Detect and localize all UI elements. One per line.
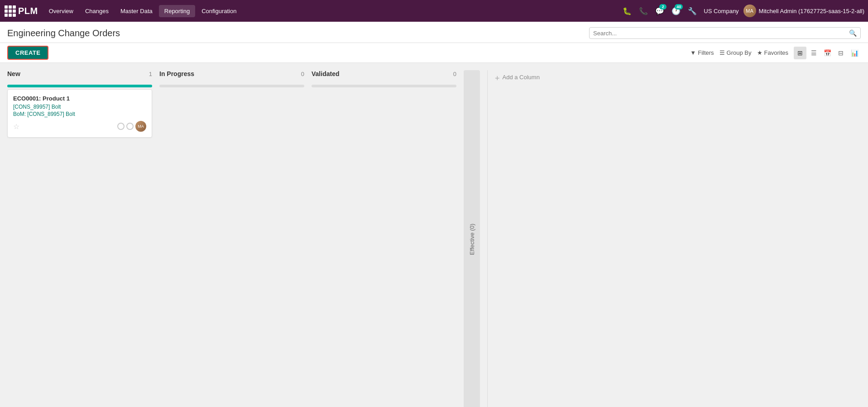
user-menu[interactable]: MA Mitchell Admin (17627725-saas-15-2-al… xyxy=(743,5,864,17)
list-view-button[interactable]: ☰ xyxy=(807,47,820,59)
add-column-plus-icon: + xyxy=(495,74,500,83)
nav-overview[interactable]: Overview xyxy=(43,5,79,17)
card-bom-eco0001: BoM: [CONS_89957] Bolt xyxy=(13,111,146,117)
bug-icon-button[interactable]: 🐛 xyxy=(620,4,634,18)
favorites-label: Favorites xyxy=(764,49,788,56)
column-header-new: New 1 xyxy=(7,70,152,81)
collapsed-column-label: Effective (0) xyxy=(469,224,475,255)
user-avatar: MA xyxy=(743,5,756,17)
page-header: Engineering Change Orders 🔍 xyxy=(0,22,868,43)
card-title-eco0001: ECO0001: Product 1 xyxy=(13,95,146,102)
filters-button[interactable]: ▼ Filters xyxy=(690,49,714,56)
toolbar-right: ▼ Filters ☰ Group By ★ Favorites ⊞ ☰ 📅 ⊟ xyxy=(690,47,861,59)
view-switcher: ⊞ ☰ 📅 ⊟ 📊 xyxy=(794,47,861,59)
user-name: Mitchell Admin (17627725-saas-15-2-all) xyxy=(759,8,864,14)
column-header-validated: Validated 0 xyxy=(312,70,456,81)
create-button[interactable]: CREATE xyxy=(7,46,48,60)
toolbar: CREATE ▼ Filters ☰ Group By ★ Favorites … xyxy=(0,43,868,63)
column-title-new: New xyxy=(7,70,20,77)
kanban-column-in-progress: In Progress 0 xyxy=(159,70,304,89)
group-by-button[interactable]: ☰ Group By xyxy=(719,49,752,56)
chat-icon-button[interactable]: 💬 2 xyxy=(653,4,667,18)
kanban-column-new: New 1 ECO0001: Product 1 [CONS_89957] Bo… xyxy=(7,70,152,141)
kanban-column-validated: Validated 0 xyxy=(312,70,456,89)
column-count-in-progress: 0 xyxy=(301,71,304,77)
search-bar[interactable]: 🔍 xyxy=(589,27,861,39)
graph-view-icon: 📊 xyxy=(851,49,858,57)
column-count-new: 1 xyxy=(149,71,152,77)
apps-menu-button[interactable] xyxy=(4,5,16,17)
card-user-avatar: MA xyxy=(135,121,146,132)
list-view-icon: ☰ xyxy=(811,49,817,57)
graph-view-button[interactable]: 📊 xyxy=(848,47,861,59)
page-header-top: Engineering Change Orders 🔍 xyxy=(7,27,861,39)
status-dot-1 xyxy=(117,123,125,130)
column-count-validated: 0 xyxy=(453,71,456,77)
add-column-button[interactable]: + Add a Column xyxy=(491,70,582,87)
company-name: US Company xyxy=(704,8,739,14)
topnav-actions: 🐛 📞 💬 2 🕐 40 🔧 US Company MA Mitchell Ad… xyxy=(620,4,864,18)
wrench-icon: 🔧 xyxy=(688,7,697,15)
main-navigation: Overview Changes Master Data Reporting C… xyxy=(43,5,619,17)
page-title: Engineering Change Orders xyxy=(7,28,120,38)
calendar-view-icon: 📅 xyxy=(824,49,831,57)
group-by-label: Group By xyxy=(727,49,752,56)
search-icon[interactable]: 🔍 xyxy=(849,29,857,37)
kanban-column-effective-collapsed[interactable]: Effective (0) xyxy=(464,70,480,407)
toolbar-left: CREATE xyxy=(7,46,48,60)
card-link-eco0001[interactable]: [CONS_89957] Bolt xyxy=(13,104,146,110)
nav-reporting[interactable]: Reporting xyxy=(159,5,195,17)
kanban-board: New 1 ECO0001: Product 1 [CONS_89957] Bo… xyxy=(0,63,868,407)
kanban-view-icon: ⊞ xyxy=(797,49,803,57)
column-header-in-progress: In Progress 0 xyxy=(159,70,304,81)
phone-icon: 📞 xyxy=(639,7,648,15)
filter-icon: ▼ xyxy=(690,49,696,56)
bug-icon: 🐛 xyxy=(623,7,632,15)
progress-fill-new xyxy=(7,85,152,87)
app-logo[interactable]: PLM xyxy=(18,6,38,16)
progress-bar-validated xyxy=(312,85,456,87)
nav-master-data[interactable]: Master Data xyxy=(115,5,158,17)
filters-label: Filters xyxy=(698,49,714,56)
kanban-separator xyxy=(487,70,488,407)
add-column-label: Add a Column xyxy=(503,74,540,81)
progress-bar-new xyxy=(7,85,152,87)
star-icon: ★ xyxy=(757,49,762,56)
kanban-view-button[interactable]: ⊞ xyxy=(794,47,806,59)
kanban-card-eco0001[interactable]: ECO0001: Product 1 [CONS_89957] Bolt BoM… xyxy=(7,89,152,138)
card-footer-eco0001: ☆ MA xyxy=(13,121,146,132)
star-button-eco0001[interactable]: ☆ xyxy=(13,122,19,131)
clock-icon-button[interactable]: 🕐 40 xyxy=(669,4,683,18)
column-title-in-progress: In Progress xyxy=(159,70,194,77)
column-title-validated: Validated xyxy=(312,70,339,77)
progress-bar-in-progress xyxy=(159,85,304,87)
phone-icon-button[interactable]: 📞 xyxy=(637,4,650,18)
company-selector[interactable]: US Company xyxy=(704,8,739,14)
wrench-icon-button[interactable]: 🔧 xyxy=(686,4,699,18)
pivot-view-icon: ⊟ xyxy=(838,49,844,57)
nav-configuration[interactable]: Configuration xyxy=(196,5,242,17)
pivot-view-button[interactable]: ⊟ xyxy=(834,47,847,59)
calendar-view-button[interactable]: 📅 xyxy=(821,47,834,59)
chat-badge: 2 xyxy=(659,4,667,10)
apps-grid-icon xyxy=(5,5,16,17)
clock-badge: 40 xyxy=(675,4,683,10)
search-input[interactable] xyxy=(593,30,849,37)
group-by-icon: ☰ xyxy=(719,49,725,56)
status-dot-2 xyxy=(126,123,134,130)
nav-changes[interactable]: Changes xyxy=(80,5,114,17)
card-status-icons: MA xyxy=(117,121,146,132)
favorites-button[interactable]: ★ Favorites xyxy=(757,49,788,56)
top-navigation: PLM Overview Changes Master Data Reporti… xyxy=(0,0,868,22)
